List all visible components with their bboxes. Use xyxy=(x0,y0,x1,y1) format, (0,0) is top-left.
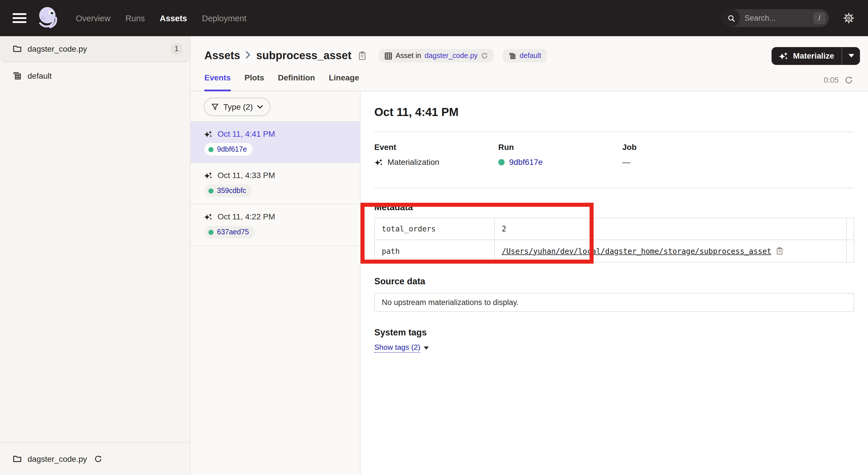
metadata-table: total_orders 2 path /Users/yuhan/dev/loc… xyxy=(374,218,854,263)
reload-location-icon[interactable] xyxy=(481,52,488,59)
dagster-logo-icon[interactable] xyxy=(36,5,61,31)
asset-location-link[interactable]: dagster_code.py xyxy=(425,52,477,60)
run-id-badge[interactable]: 359cdbfc xyxy=(205,184,252,197)
footer-code-location-label: dagster_code.py xyxy=(28,454,87,464)
divider xyxy=(374,188,854,188)
event-timestamp: Oct 11, 4:41 PM xyxy=(218,129,275,139)
nav-item-overview[interactable]: Overview xyxy=(76,13,111,23)
refresh-timer: 0:05 xyxy=(824,76,853,84)
run-id-link[interactable]: 9dbf617e xyxy=(217,145,247,153)
table-row: path /Users/yuhan/dev/local/dagster_home… xyxy=(375,240,854,262)
event-label: Event xyxy=(374,143,498,152)
event-type-value: Materialization xyxy=(388,157,439,167)
run-id-badge[interactable]: 637aed75 xyxy=(205,226,255,238)
asset-count-badge: 1 xyxy=(170,43,183,55)
sidebar-item-code-location[interactable]: dagster_code.py 1 xyxy=(0,36,190,62)
nav-item-runs[interactable]: Runs xyxy=(125,13,145,23)
asset-graph-sidebar: dagster_code.py 1 default dagster_code. xyxy=(0,36,191,475)
divider xyxy=(374,131,854,132)
folder-icon xyxy=(12,44,22,53)
source-data-empty-text: No upstream materializations to display. xyxy=(382,298,519,307)
refresh-countdown: 0:05 xyxy=(824,76,839,84)
nav-item-assets[interactable]: Assets xyxy=(160,13,187,23)
metadata-key: total_orders xyxy=(375,218,495,239)
metadata-heading: Metadata xyxy=(374,202,854,212)
tab-plots[interactable]: Plots xyxy=(245,73,264,91)
sidebar-footer-code-location[interactable]: dagster_code.py xyxy=(0,442,190,475)
run-id-link[interactable]: 637aed75 xyxy=(217,228,249,236)
materialization-sparkle-icon xyxy=(374,158,383,166)
run-success-dot xyxy=(498,159,505,165)
run-column: Run 9dbf617e xyxy=(498,143,622,167)
show-tags-label: Show tags (2) xyxy=(374,343,420,353)
search-input[interactable] xyxy=(745,14,802,22)
event-timestamp: Oct 11, 4:33 PM xyxy=(218,171,275,180)
copy-asset-name-icon[interactable] xyxy=(358,51,366,60)
table-icon xyxy=(384,52,392,59)
asset-group-label: default xyxy=(28,71,52,81)
asset-group-icon xyxy=(12,71,22,81)
materialization-sparkle-icon xyxy=(204,171,212,179)
asset-tabs: Events Plots Definition Lineage xyxy=(205,73,860,91)
primary-nav: Overview Runs Assets Deployment xyxy=(76,13,246,23)
event-rows: Oct 11, 4:41 PM 9dbf617e Oct 11, 4:33 PM xyxy=(191,121,360,246)
filter-funnel-icon xyxy=(211,103,219,111)
hamburger-menu-icon[interactable] xyxy=(12,13,26,23)
tab-events[interactable]: Events xyxy=(205,73,231,91)
asset-group-badge[interactable]: default xyxy=(503,49,547,63)
asset-group-icon xyxy=(508,52,516,59)
run-id-badge[interactable]: 9dbf617e xyxy=(205,143,253,156)
dagster-app: Overview Runs Assets Deployment / xyxy=(0,0,868,475)
top-nav: Overview Runs Assets Deployment / xyxy=(0,0,868,36)
materialize-dropdown-caret[interactable] xyxy=(842,47,860,65)
event-row-selected[interactable]: Oct 11, 4:41 PM 9dbf617e xyxy=(191,121,360,163)
caret-down-icon xyxy=(848,54,854,57)
breadcrumb-assets-link[interactable]: Assets xyxy=(205,50,240,62)
metadata-value: 2 xyxy=(502,225,506,233)
materialize-label: Materialize xyxy=(793,51,834,60)
show-tags-toggle[interactable]: Show tags (2) xyxy=(374,343,429,353)
run-id-link[interactable]: 9dbf617e xyxy=(509,157,543,167)
search-icon xyxy=(722,9,740,27)
run-success-dot xyxy=(208,230,214,235)
event-detail-panel: Oct 11, 4:41 PM Event Materialization Ru… xyxy=(361,91,868,475)
type-filter-label: Type (2) xyxy=(223,102,253,112)
event-row[interactable]: Oct 11, 4:22 PM 637aed75 xyxy=(191,205,360,246)
run-success-dot xyxy=(208,147,214,152)
sidebar-item-asset-group[interactable]: default xyxy=(0,68,190,84)
breadcrumb: Assets subprocess_asset Asset in dagster… xyxy=(205,43,860,68)
metadata-key: path xyxy=(375,240,495,262)
run-success-dot xyxy=(208,188,214,193)
search-shortcut-badge: / xyxy=(813,12,826,24)
run-label: Run xyxy=(498,143,622,152)
sparkle-icon xyxy=(779,51,788,61)
materialization-sparkle-icon xyxy=(204,212,212,221)
materialize-button[interactable]: Materialize xyxy=(772,47,860,65)
source-data-heading: Source data xyxy=(374,276,854,287)
settings-gear-icon[interactable] xyxy=(843,12,854,24)
event-row[interactable]: Oct 11, 4:33 PM 359cdbfc xyxy=(191,163,360,205)
reload-code-location-icon[interactable] xyxy=(94,455,102,463)
type-filter-button[interactable]: Type (2) xyxy=(204,98,271,116)
run-id-link[interactable]: 359cdbfc xyxy=(217,187,246,195)
nav-item-deployment[interactable]: Deployment xyxy=(202,13,247,23)
refresh-icon[interactable] xyxy=(844,76,853,84)
group-link[interactable]: default xyxy=(520,52,541,60)
global-search[interactable]: / xyxy=(722,9,829,27)
source-data-empty-state: No upstream materializations to display. xyxy=(374,293,854,312)
copy-path-icon[interactable] xyxy=(776,247,783,255)
tab-definition[interactable]: Definition xyxy=(278,73,315,91)
event-run-job-grid: Event Materialization Run 9dbf617e xyxy=(374,143,854,167)
materialization-sparkle-icon xyxy=(204,129,212,138)
tab-lineage[interactable]: Lineage xyxy=(329,73,359,91)
main-content: Assets subprocess_asset Asset in dagster… xyxy=(191,36,868,475)
asset-in-prefix: Asset in xyxy=(396,52,421,60)
metadata-path-link[interactable]: /Users/yuhan/dev/local/dagster_home/stor… xyxy=(502,247,771,255)
events-list-panel: Type (2) Oct 11, 4:41 PM 9 xyxy=(191,91,361,475)
folder-icon xyxy=(12,454,22,464)
table-row: total_orders 2 xyxy=(375,218,854,240)
system-tags-heading: System tags xyxy=(374,327,854,338)
event-detail-title: Oct 11, 4:41 PM xyxy=(374,104,854,120)
asset-location-badge[interactable]: Asset in dagster_code.py xyxy=(379,49,494,63)
code-location-label: dagster_code.py xyxy=(28,44,87,53)
